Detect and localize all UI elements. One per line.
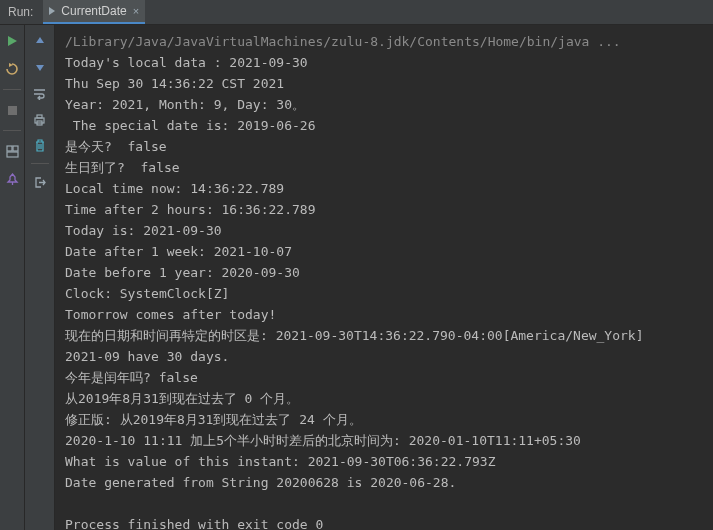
console-command: /Library/Java/JavaVirtualMachines/zulu-8… xyxy=(65,31,713,52)
console-line: 生日到了? false xyxy=(65,157,713,178)
console-line: Year: 2021, Month: 9, Day: 30。 xyxy=(65,94,713,115)
wrap-icon[interactable] xyxy=(32,85,48,101)
tab-label: CurrentDate xyxy=(61,4,126,18)
separator xyxy=(31,163,49,164)
console-line xyxy=(65,493,713,514)
svg-rect-5 xyxy=(37,115,42,118)
console-line: The special date is: 2019-06-26 xyxy=(65,115,713,136)
console-line: Thu Sep 30 14:36:22 CST 2021 xyxy=(65,73,713,94)
pin-icon[interactable] xyxy=(4,171,20,187)
trash-icon[interactable] xyxy=(32,137,48,153)
run-tool-header: Run: CurrentDate × xyxy=(0,0,713,25)
console-line: Date generated from String 20200628 is 2… xyxy=(65,472,713,493)
console-line: 是今天? false xyxy=(65,136,713,157)
console-line: 2021-09 have 30 days. xyxy=(65,346,713,367)
console-line: Today is: 2021-09-30 xyxy=(65,220,713,241)
console-line: Local time now: 14:36:22.789 xyxy=(65,178,713,199)
console-line: Date after 1 week: 2021-10-07 xyxy=(65,241,713,262)
run-tab-currentdate[interactable]: CurrentDate × xyxy=(43,0,145,24)
svg-rect-3 xyxy=(7,152,18,157)
console-line: 今年是闰年吗? false xyxy=(65,367,713,388)
down-icon[interactable] xyxy=(32,59,48,75)
console-line: 从2019年8月31到现在过去了 0 个月。 xyxy=(65,388,713,409)
exit-icon[interactable] xyxy=(32,174,48,190)
console-line: 修正版: 从2019年8月31到现在过去了 24 个月。 xyxy=(65,409,713,430)
close-icon[interactable]: × xyxy=(133,5,139,17)
console-line: 2020-1-10 11:11 加上5个半小时时差后的北京时间为: 2020-0… xyxy=(65,430,713,451)
console-toolbar xyxy=(25,25,55,530)
console-line: Time after 2 hours: 16:36:22.789 xyxy=(65,199,713,220)
console-line: What is value of this instant: 2021-09-3… xyxy=(65,451,713,472)
console-line: Today's local data : 2021-09-30 xyxy=(65,52,713,73)
console-line: Tomorrow comes after today! xyxy=(65,304,713,325)
run-tool-body: /Library/Java/JavaVirtualMachines/zulu-8… xyxy=(0,25,713,530)
console-line: Clock: SystemClock[Z] xyxy=(65,283,713,304)
console-line: Process finished with exit code 0 xyxy=(65,514,713,530)
run-label: Run: xyxy=(8,5,37,19)
run-config-icon xyxy=(49,7,55,15)
layout-icon[interactable] xyxy=(4,143,20,159)
svg-rect-0 xyxy=(8,106,17,115)
separator xyxy=(3,130,21,131)
svg-rect-1 xyxy=(7,146,12,151)
console-line: 现在的日期和时间再特定的时区是: 2021-09-30T14:36:22.790… xyxy=(65,325,713,346)
separator xyxy=(3,89,21,90)
left-toolbar xyxy=(0,25,25,530)
stop-icon[interactable] xyxy=(4,102,20,118)
up-icon[interactable] xyxy=(32,33,48,49)
run-icon[interactable] xyxy=(4,33,20,49)
print-icon[interactable] xyxy=(32,111,48,127)
console-line: Date before 1 year: 2020-09-30 xyxy=(65,262,713,283)
rerun-icon[interactable] xyxy=(4,61,20,77)
svg-rect-2 xyxy=(13,146,18,151)
console-output[interactable]: /Library/Java/JavaVirtualMachines/zulu-8… xyxy=(55,25,713,530)
